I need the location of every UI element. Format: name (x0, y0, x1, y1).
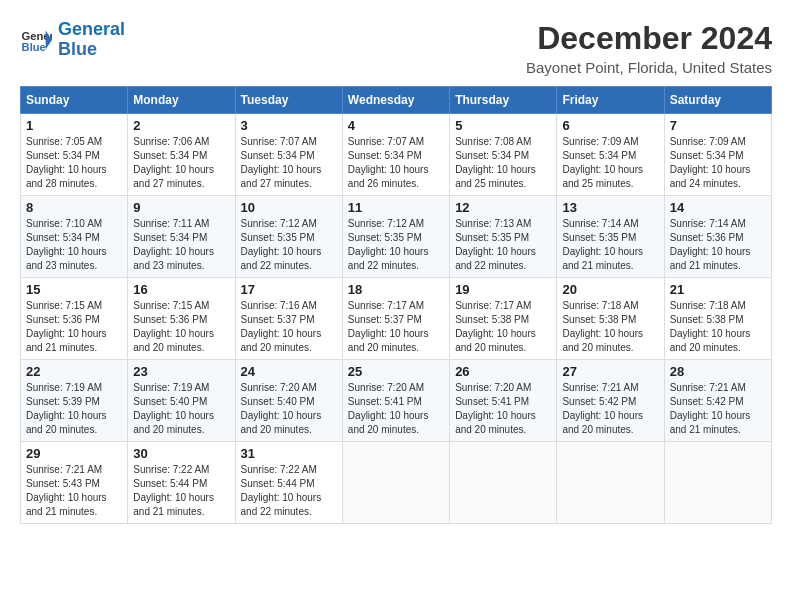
day-number: 12 (455, 200, 551, 215)
calendar-cell: 15Sunrise: 7:15 AMSunset: 5:36 PMDayligh… (21, 278, 128, 360)
weekday-header-monday: Monday (128, 87, 235, 114)
day-number: 27 (562, 364, 658, 379)
day-info: Sunrise: 7:07 AMSunset: 5:34 PMDaylight:… (348, 135, 444, 191)
day-number: 17 (241, 282, 337, 297)
day-number: 1 (26, 118, 122, 133)
day-number: 29 (26, 446, 122, 461)
calendar-cell: 4Sunrise: 7:07 AMSunset: 5:34 PMDaylight… (342, 114, 449, 196)
calendar-cell: 17Sunrise: 7:16 AMSunset: 5:37 PMDayligh… (235, 278, 342, 360)
day-number: 11 (348, 200, 444, 215)
day-number: 4 (348, 118, 444, 133)
svg-text:Blue: Blue (22, 41, 46, 53)
weekday-header-saturday: Saturday (664, 87, 771, 114)
day-number: 6 (562, 118, 658, 133)
logo: General Blue GeneralBlue (20, 20, 125, 60)
calendar-cell (557, 442, 664, 524)
calendar-week-row: 29Sunrise: 7:21 AMSunset: 5:43 PMDayligh… (21, 442, 772, 524)
day-number: 7 (670, 118, 766, 133)
day-info: Sunrise: 7:18 AMSunset: 5:38 PMDaylight:… (562, 299, 658, 355)
day-number: 20 (562, 282, 658, 297)
calendar-cell: 14Sunrise: 7:14 AMSunset: 5:36 PMDayligh… (664, 196, 771, 278)
calendar-cell: 10Sunrise: 7:12 AMSunset: 5:35 PMDayligh… (235, 196, 342, 278)
calendar-cell: 28Sunrise: 7:21 AMSunset: 5:42 PMDayligh… (664, 360, 771, 442)
calendar-cell: 11Sunrise: 7:12 AMSunset: 5:35 PMDayligh… (342, 196, 449, 278)
weekday-header-friday: Friday (557, 87, 664, 114)
day-number: 23 (133, 364, 229, 379)
weekday-header-row: SundayMondayTuesdayWednesdayThursdayFrid… (21, 87, 772, 114)
day-number: 8 (26, 200, 122, 215)
day-info: Sunrise: 7:17 AMSunset: 5:37 PMDaylight:… (348, 299, 444, 355)
day-info: Sunrise: 7:20 AMSunset: 5:41 PMDaylight:… (455, 381, 551, 437)
day-info: Sunrise: 7:11 AMSunset: 5:34 PMDaylight:… (133, 217, 229, 273)
day-info: Sunrise: 7:20 AMSunset: 5:40 PMDaylight:… (241, 381, 337, 437)
calendar-cell: 23Sunrise: 7:19 AMSunset: 5:40 PMDayligh… (128, 360, 235, 442)
calendar-cell: 20Sunrise: 7:18 AMSunset: 5:38 PMDayligh… (557, 278, 664, 360)
day-info: Sunrise: 7:06 AMSunset: 5:34 PMDaylight:… (133, 135, 229, 191)
logo-icon: General Blue (20, 24, 52, 56)
day-number: 19 (455, 282, 551, 297)
day-number: 28 (670, 364, 766, 379)
day-info: Sunrise: 7:09 AMSunset: 5:34 PMDaylight:… (562, 135, 658, 191)
day-number: 16 (133, 282, 229, 297)
day-number: 18 (348, 282, 444, 297)
calendar-cell: 24Sunrise: 7:20 AMSunset: 5:40 PMDayligh… (235, 360, 342, 442)
day-number: 15 (26, 282, 122, 297)
page-header: General Blue GeneralBlue December 2024 B… (20, 20, 772, 76)
calendar-cell: 2Sunrise: 7:06 AMSunset: 5:34 PMDaylight… (128, 114, 235, 196)
day-info: Sunrise: 7:21 AMSunset: 5:43 PMDaylight:… (26, 463, 122, 519)
calendar-week-row: 22Sunrise: 7:19 AMSunset: 5:39 PMDayligh… (21, 360, 772, 442)
calendar-cell (664, 442, 771, 524)
day-info: Sunrise: 7:22 AMSunset: 5:44 PMDaylight:… (133, 463, 229, 519)
calendar-cell: 29Sunrise: 7:21 AMSunset: 5:43 PMDayligh… (21, 442, 128, 524)
day-number: 3 (241, 118, 337, 133)
calendar-cell: 22Sunrise: 7:19 AMSunset: 5:39 PMDayligh… (21, 360, 128, 442)
day-info: Sunrise: 7:19 AMSunset: 5:39 PMDaylight:… (26, 381, 122, 437)
day-info: Sunrise: 7:21 AMSunset: 5:42 PMDaylight:… (670, 381, 766, 437)
day-number: 31 (241, 446, 337, 461)
day-number: 25 (348, 364, 444, 379)
calendar-cell: 31Sunrise: 7:22 AMSunset: 5:44 PMDayligh… (235, 442, 342, 524)
calendar-cell: 18Sunrise: 7:17 AMSunset: 5:37 PMDayligh… (342, 278, 449, 360)
day-info: Sunrise: 7:19 AMSunset: 5:40 PMDaylight:… (133, 381, 229, 437)
calendar-cell: 25Sunrise: 7:20 AMSunset: 5:41 PMDayligh… (342, 360, 449, 442)
calendar-cell: 13Sunrise: 7:14 AMSunset: 5:35 PMDayligh… (557, 196, 664, 278)
day-number: 10 (241, 200, 337, 215)
day-number: 9 (133, 200, 229, 215)
month-title: December 2024 (526, 20, 772, 57)
calendar-week-row: 15Sunrise: 7:15 AMSunset: 5:36 PMDayligh… (21, 278, 772, 360)
calendar-cell: 19Sunrise: 7:17 AMSunset: 5:38 PMDayligh… (450, 278, 557, 360)
logo-text: GeneralBlue (58, 20, 125, 60)
day-info: Sunrise: 7:13 AMSunset: 5:35 PMDaylight:… (455, 217, 551, 273)
calendar-week-row: 1Sunrise: 7:05 AMSunset: 5:34 PMDaylight… (21, 114, 772, 196)
day-info: Sunrise: 7:07 AMSunset: 5:34 PMDaylight:… (241, 135, 337, 191)
day-info: Sunrise: 7:22 AMSunset: 5:44 PMDaylight:… (241, 463, 337, 519)
calendar-table: SundayMondayTuesdayWednesdayThursdayFrid… (20, 86, 772, 524)
calendar-cell: 9Sunrise: 7:11 AMSunset: 5:34 PMDaylight… (128, 196, 235, 278)
day-info: Sunrise: 7:21 AMSunset: 5:42 PMDaylight:… (562, 381, 658, 437)
day-number: 21 (670, 282, 766, 297)
weekday-header-tuesday: Tuesday (235, 87, 342, 114)
day-number: 26 (455, 364, 551, 379)
day-info: Sunrise: 7:15 AMSunset: 5:36 PMDaylight:… (26, 299, 122, 355)
day-number: 24 (241, 364, 337, 379)
weekday-header-sunday: Sunday (21, 87, 128, 114)
location-title: Bayonet Point, Florida, United States (526, 59, 772, 76)
calendar-cell: 12Sunrise: 7:13 AMSunset: 5:35 PMDayligh… (450, 196, 557, 278)
day-info: Sunrise: 7:14 AMSunset: 5:35 PMDaylight:… (562, 217, 658, 273)
calendar-cell: 8Sunrise: 7:10 AMSunset: 5:34 PMDaylight… (21, 196, 128, 278)
calendar-cell (450, 442, 557, 524)
calendar-cell: 21Sunrise: 7:18 AMSunset: 5:38 PMDayligh… (664, 278, 771, 360)
day-info: Sunrise: 7:12 AMSunset: 5:35 PMDaylight:… (241, 217, 337, 273)
day-info: Sunrise: 7:16 AMSunset: 5:37 PMDaylight:… (241, 299, 337, 355)
day-info: Sunrise: 7:05 AMSunset: 5:34 PMDaylight:… (26, 135, 122, 191)
calendar-cell: 7Sunrise: 7:09 AMSunset: 5:34 PMDaylight… (664, 114, 771, 196)
day-number: 22 (26, 364, 122, 379)
day-info: Sunrise: 7:18 AMSunset: 5:38 PMDaylight:… (670, 299, 766, 355)
calendar-cell: 30Sunrise: 7:22 AMSunset: 5:44 PMDayligh… (128, 442, 235, 524)
day-number: 13 (562, 200, 658, 215)
title-area: December 2024 Bayonet Point, Florida, Un… (526, 20, 772, 76)
calendar-cell: 26Sunrise: 7:20 AMSunset: 5:41 PMDayligh… (450, 360, 557, 442)
day-info: Sunrise: 7:10 AMSunset: 5:34 PMDaylight:… (26, 217, 122, 273)
weekday-header-wednesday: Wednesday (342, 87, 449, 114)
day-number: 5 (455, 118, 551, 133)
